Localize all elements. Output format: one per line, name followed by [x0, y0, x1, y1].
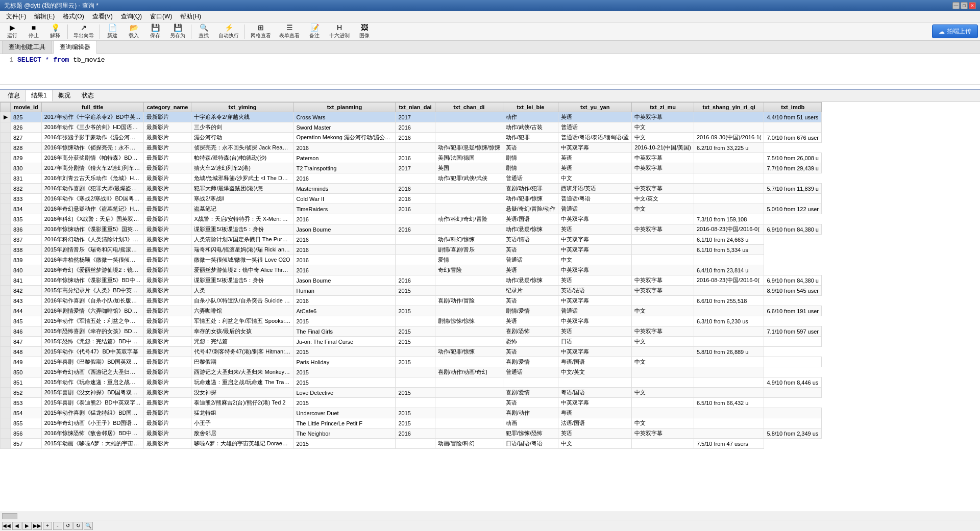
col-txt_nian_dai[interactable]: txt_nian_dai	[396, 103, 435, 112]
table-row[interactable]: 8272016年张涵予影于豪动作《湄公河行动》BD国语中字最新影片湄公河行动Op…	[1, 133, 822, 143]
tab-overview[interactable]: 概况	[53, 90, 76, 102]
table-row[interactable]: 8322016年动作喜剧《犯罪大师/最爆盗贼团》BD中英双字幕最新影片犯罪大师/…	[1, 184, 822, 194]
nav-redo-button[interactable]: ↻	[74, 522, 83, 530]
col-txt_lei_bie[interactable]: txt_lei_bie	[503, 103, 558, 112]
close-button[interactable]: ✕	[969, 2, 976, 9]
table-row[interactable]: 8382015年剧情音乐《瑞奇和闪电/摇滚星妈(港)/瑞最新影片瑞奇和闪电/摇滚…	[1, 245, 822, 255]
tab-status[interactable]: 状态	[76, 90, 100, 102]
save-button[interactable]: 💾 保存	[145, 23, 165, 40]
note-button[interactable]: 📝 备注	[304, 23, 325, 40]
table-row[interactable]: 8312016年刘青云古天乐动作《危城》HD国语中字最新影片危城/危城邪释箋/沙…	[1, 173, 822, 184]
table-cell: 英语	[558, 153, 632, 163]
hscroll-bar[interactable]	[0, 512, 980, 520]
table-row[interactable]: 8262016年动作《三少爷的剑》HD国语中字最新影片三少爷的剑Sword Ma…	[1, 122, 822, 133]
table-row[interactable]: 8422015年高分纪录片《人类》BD中英双字幕最新影片人类Human2015纪…	[1, 286, 822, 296]
table-row[interactable]: 8472015年恐怖《咒怨：完结篇》BD中文字幕最新影片咒怨：完结篇Ju-on:…	[1, 337, 822, 347]
col-full_title[interactable]: full_title	[41, 103, 143, 112]
table-row[interactable]: 8562016年惊悚恐怖《敌舍邻居》BD中英双字幕最新影片敌舍邻居The Nei…	[1, 428, 822, 439]
table-row[interactable]: 8512015年动作《玩命速递：重启之战》BD中英双字幕最新影片玩命速递：重启之…	[1, 377, 822, 388]
table-row[interactable]: ▶8252017年动作《十字追杀令2》BD中英双字幕最新影片十字追杀令2/穿越火…	[1, 112, 822, 122]
menu-file[interactable]: 文件(F)	[2, 11, 30, 22]
table-row[interactable]: 8332016年动作《寒战2/寒战II》BD国粤双语中字最新影片寒战2/寒战II…	[1, 194, 822, 204]
grid-view-button[interactable]: ⊞ 网格查看	[247, 23, 275, 40]
table-cell: 最新影片	[143, 194, 191, 204]
col-txt_shang_yin_ri_qi[interactable]: txt_shang_yin_ri_qi	[694, 103, 764, 112]
tab-query-builder[interactable]: 查询创建工具	[2, 40, 52, 54]
nav-add-button[interactable]: +	[43, 522, 52, 530]
save-as-button[interactable]: 💾 另存为	[166, 23, 189, 40]
table-cell: 谍影重重5/板谍追击5：身份	[191, 275, 293, 286]
table-row[interactable]: 8462015年恐怖喜剧《幸存的女孩》BD国英双字幕最新影片幸存的女孩/最后的女…	[1, 326, 822, 337]
col-txt_chan_di[interactable]: txt_chan_di	[435, 103, 503, 112]
table-row[interactable]: 8342016年奇幻悬疑动作《盗墓笔记》HD国语中字最新影片盗墓笔记TimeRa…	[1, 204, 822, 214]
minimize-button[interactable]: —	[952, 2, 960, 9]
data-grid-container[interactable]: movie_id full_title category_name txt_yi…	[0, 102, 980, 512]
table-row[interactable]: 8532015年喜剧《泰迪熊2》BD中英双字幕 最新最新影片泰迪熊2/熊麻吉2(…	[1, 398, 822, 408]
image-button[interactable]: 🖼 图像	[354, 23, 375, 40]
table-row[interactable]: 8572015年动画《哆啦A梦：大雄的宇宙英雄记》BD国粤日三语中字最新影片哆啦…	[1, 439, 822, 449]
stop-button[interactable]: ■ 停止	[23, 23, 44, 40]
new-button[interactable]: 📄 新建	[102, 23, 122, 40]
auto-run-button[interactable]: ⚡ 自动执行	[215, 23, 242, 40]
table-row[interactable]: 8392016年井柏然杨颖《微微一笑很倾城》HD国语中字最新影片微微一笑很倾城/…	[1, 255, 822, 265]
menu-edit[interactable]: 编辑(E)	[30, 11, 59, 22]
tab-result1[interactable]: 结果1	[26, 90, 53, 102]
table-row[interactable]: 8502015年奇幻动画《西游记之大圣归来》HD国语中字最新影片西游记之大圣归来…	[1, 367, 822, 377]
run-button[interactable]: ▶ 运行	[2, 23, 22, 40]
table-row[interactable]: 8492015年喜剧《巴黎假期》BD国英双语国语中字最新影片巴黎假期Paris …	[1, 357, 822, 367]
col-txt_yiming[interactable]: txt_yiming	[191, 103, 293, 112]
row-marker	[1, 163, 11, 173]
table-row[interactable]: 8372016年科幻动作《人类清除计划3》BD中英双字幕最新影片人类清除计划3/…	[1, 235, 822, 245]
table-row[interactable]: 8432016年动作喜剧《自杀小队/加长版》HD国英双字幕最新影片自杀小队/X特…	[1, 296, 822, 306]
col-movie_id[interactable]: movie_id	[11, 103, 42, 112]
col-category_name[interactable]: category_name	[143, 103, 191, 112]
upload-button[interactable]: ☁ 拍端上传	[932, 24, 978, 38]
col-txt_yu_yan[interactable]: txt_yu_yan	[558, 103, 632, 112]
menu-view[interactable]: 查看(V)	[88, 11, 117, 22]
col-txt_imdb[interactable]: txt_imdb	[764, 103, 822, 112]
col-txt_pianming[interactable]: txt_pianming	[293, 103, 396, 112]
nav-delete-button[interactable]: -	[53, 522, 62, 530]
nav-refresh-button[interactable]: ↺	[63, 522, 72, 530]
find-button[interactable]: 🔍 查找	[193, 23, 214, 40]
table-row[interactable]: 8542015年动作喜剧《猛龙特组》BD国粤双语国语中字最新影片猛龙特组Unde…	[1, 408, 822, 418]
table-row[interactable]: 8352016年科幻《X战警：天启》国英双语BD中英双字最新影片X战警：天启/安…	[1, 214, 822, 224]
tab-query-editor[interactable]: 查询编辑器	[53, 40, 97, 54]
sql-editor[interactable]: 1 SELECT * from tb_movie	[0, 54, 980, 85]
load-button[interactable]: 📂 载入	[124, 23, 144, 40]
explain-button[interactable]: 💡 解释	[45, 23, 65, 40]
table-row[interactable]: 8362016年惊悚动作《谍影重重5》国英双语.BD英双字幕最新影片谍影重重5/…	[1, 224, 822, 235]
menu-query[interactable]: 查询(Q)	[117, 11, 146, 22]
nav-next-button[interactable]: ▶	[22, 522, 32, 530]
maximize-button[interactable]: □	[961, 2, 968, 9]
table-cell: 最新影片	[143, 367, 191, 377]
export-button[interactable]: ↗ 导出向导	[70, 23, 97, 40]
nav-prev-button[interactable]: ◀	[12, 522, 21, 530]
tab-info[interactable]: 信息	[2, 90, 26, 102]
table-row[interactable]: 8452015年动作《军情五处：利益之争》BD中英双字幕最新影片军情五处：利益之…	[1, 316, 822, 326]
table-cell: 825	[11, 112, 42, 122]
form-view-button[interactable]: ☰ 表单查看	[276, 23, 303, 40]
sql-editor-panel[interactable]: 1 SELECT * from tb_movie	[0, 54, 980, 90]
nav-last-button[interactable]: ▶▶	[33, 522, 42, 530]
table-row[interactable]: 8282016年惊悚动作《侦探亮壳：永不回头》HD英双字幕最新影片侦探亮壳：永不…	[1, 143, 822, 153]
table-row[interactable]: 8302017年高分剧情《猜火车2/迷幻列车2》HD中英双字幕最新影片猜火车2/…	[1, 163, 822, 173]
hscroll-thumb[interactable]	[2, 513, 17, 519]
hex-button[interactable]: H 十六进制	[326, 23, 353, 40]
table-row[interactable]: 8482015年动作《代号47》BD中英双字幕最新影片代号47/刺客特务47(港…	[1, 347, 822, 357]
table-row[interactable]: 8522015年喜剧《没女神探》BD国粤双语中字最新影片没女神探Love Det…	[1, 388, 822, 398]
nav-first-button[interactable]: ◀◀	[2, 522, 11, 530]
col-txt_zi_mu[interactable]: txt_zi_mu	[632, 103, 694, 112]
nav-search-button[interactable]: 🔍	[84, 522, 93, 530]
menu-help[interactable]: 帮助(H)	[176, 11, 205, 22]
table-row[interactable]: 8552015年奇幻动画《小王子》BD国语双语中字最新影片小王子The Litt…	[1, 418, 822, 428]
table-cell: 6.1/10 from 5,334 us	[694, 245, 764, 255]
table-cell: 847	[11, 337, 42, 347]
menu-window[interactable]: 窗口(W)	[146, 11, 176, 22]
table-row[interactable]: 8442016年剧情爱情《六弄咖啡馆》BD国语中字最新影片六弄咖啡馆AtCafe…	[1, 306, 822, 316]
table-row[interactable]: 8292016年高分获奖剧情《帕特森》BD中英双字幕最新影片帕特森/派特森(台)…	[1, 153, 822, 163]
table-row[interactable]: 8412016年惊悚动作《谍影重重5》BD中英双字幕最新影片谍影重重5/板谍追击…	[1, 275, 822, 286]
menu-format[interactable]: 格式(O)	[59, 11, 88, 22]
table-cell	[396, 377, 435, 388]
table-row[interactable]: 8402016年奇幻《爱丽丝梦游仙境2：镜中奇遇记》HD中英双字幕最新影片爱丽丝…	[1, 265, 822, 275]
